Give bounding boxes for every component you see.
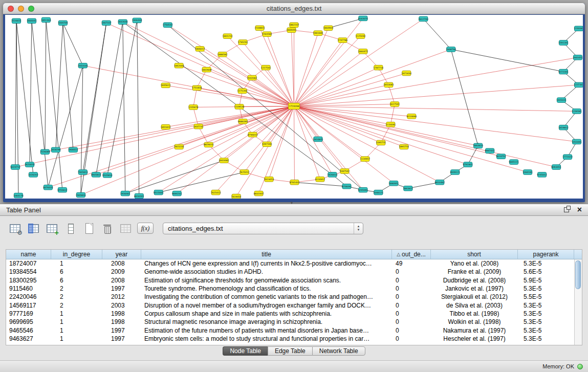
graph-node[interactable]: 7625412 [239, 170, 250, 174]
graph-node[interactable]: 9933481 [219, 158, 229, 163]
graph-node[interactable]: 1851304 [41, 17, 51, 22]
new-table-icon[interactable] [82, 222, 95, 235]
table-row[interactable]: 911546021997Tourette syndrome. Phenomeno… [6, 285, 574, 293]
graph-node[interactable]: 1772023 [562, 155, 573, 159]
graph-node[interactable]: 1751818 [192, 85, 202, 90]
scrollbar-thumb[interactable] [575, 260, 581, 289]
graph-node[interactable]: 1842008 [174, 63, 184, 68]
graph-node[interactable]: 1154081 [574, 26, 583, 31]
graph-node[interactable]: 7815234 [174, 144, 184, 149]
graph-node[interactable]: 1806017 [195, 47, 205, 51]
graph-node[interactable]: 9245012 [537, 172, 547, 177]
delete-column-icon[interactable] [100, 222, 114, 235]
graph-node[interactable]: 8163074 [358, 16, 368, 20]
graph-node[interactable]: 1853083 [384, 82, 394, 87]
graph-node[interactable]: 1851815 [161, 124, 171, 129]
graph-node[interactable]: 7893921 [403, 186, 413, 190]
column-header-title[interactable]: title [141, 250, 392, 259]
column-header-pagerank[interactable]: pagerank [518, 250, 574, 259]
graph-node[interactable]: 1801214 [223, 34, 233, 38]
graph-node[interactable]: 7893920 [473, 143, 483, 148]
graph-node[interactable]: 2053100 [78, 63, 88, 68]
graph-node[interactable]: 1134957 [360, 157, 371, 161]
graph-node[interactable]: 8905815 [91, 172, 101, 177]
graph-node[interactable]: 1961685 [313, 31, 323, 35]
table-row[interactable]: 1830029562008Estimation of significance … [6, 276, 574, 285]
graph-node[interactable]: 1880951 [389, 181, 399, 186]
graph-node[interactable]: 1747786 [338, 38, 348, 42]
float-panel-icon[interactable] [564, 207, 569, 212]
graph-node[interactable]: 1125430 [356, 34, 366, 38]
graph-node[interactable]: 1664900 [323, 26, 334, 30]
graph-node[interactable]: 1937731 [193, 124, 204, 128]
graph-node[interactable]: 1895754 [399, 144, 409, 149]
graph-node[interactable]: 1159581 [572, 109, 582, 114]
graph-node[interactable]: 8794013 [248, 132, 258, 137]
table-row[interactable]: 2242004622012Investigating the contribut… [6, 293, 574, 301]
graph-node[interactable]: 1271265 [237, 89, 248, 93]
table-row[interactable]: 1938455462009Genome-wide association stu… [6, 268, 574, 276]
graph-node[interactable]: 2520651 [11, 18, 21, 23]
graph-node[interactable]: 1862207 [289, 23, 299, 27]
table-row[interactable]: 969969511998Structural magnetic resonanc… [6, 318, 574, 326]
graph-node[interactable]: 1802608 [202, 67, 212, 72]
graph-node[interactable]: 6791901 [463, 162, 473, 167]
table-row[interactable]: 946554611997Estimation of the future num… [6, 326, 574, 334]
column-header-out_de[interactable]: △out_de... [392, 250, 431, 259]
graph-node[interactable]: 1724098 [289, 103, 300, 110]
graph-node[interactable]: 1750542 [163, 23, 173, 27]
table-row[interactable]: 1872400712008Changes of HCN gene express… [6, 259, 574, 268]
zoom-button[interactable] [28, 6, 34, 12]
graph-node[interactable]: 1064181 [522, 170, 533, 174]
graph-node[interactable]: 1906404 [132, 18, 142, 23]
graph-node[interactable]: 8601937 [254, 191, 264, 195]
tab-network-table[interactable]: Network Table [312, 346, 365, 356]
graph-node[interactable]: 1818296 [51, 147, 61, 152]
graph-node[interactable]: 9810462 [435, 180, 445, 185]
table-selector-dropdown[interactable]: citations_edges.txt ▲ ▼ [163, 223, 363, 234]
graph-node[interactable]: 1097340 [262, 142, 272, 146]
graph-node[interactable]: 8765401 [290, 180, 300, 185]
graph-node[interactable]: 2526089 [40, 149, 50, 154]
column-header-short[interactable]: short [431, 250, 518, 259]
graph-node[interactable]: 9024752 [10, 165, 20, 169]
delete-table-icon[interactable] [119, 222, 132, 235]
column-header-year[interactable]: year [102, 250, 141, 259]
graph-node[interactable]: 1026202 [28, 172, 38, 177]
graph-node[interactable]: 9024751 [496, 154, 506, 159]
minimize-button[interactable] [18, 6, 24, 12]
graph-node[interactable]: 1832630 [118, 19, 128, 24]
function-builder-button[interactable]: f(x) [137, 223, 154, 234]
graph-node[interactable]: 1787718 [374, 65, 384, 70]
graph-node[interactable]: 1591341 [558, 40, 569, 45]
graph-node[interactable]: 1467107 [101, 20, 112, 25]
vertical-scrollbar[interactable] [574, 259, 582, 345]
graph-node[interactable]: 1095731 [376, 140, 386, 145]
graph-node[interactable]: 7619453 [264, 177, 274, 182]
graph-node[interactable]: 1914845 [313, 137, 323, 141]
network-canvas[interactable]: 1724098161754118530831787718166047217477… [5, 15, 583, 199]
graph-node[interactable]: 7619454 [231, 194, 242, 199]
graph-node[interactable]: 8093451 [551, 165, 561, 169]
graph-node[interactable]: 7625413 [211, 190, 221, 194]
graph-node[interactable]: 7905813 [78, 170, 88, 174]
graph-node[interactable]: 2905810 [76, 192, 86, 197]
graph-node[interactable]: 1795291 [238, 40, 248, 45]
graph-node[interactable]: 9272341 [558, 69, 569, 74]
graph-node[interactable]: 2620650 [25, 162, 35, 167]
close-button[interactable] [8, 6, 14, 12]
graph-node[interactable]: 1659812 [558, 125, 569, 129]
graph-node[interactable]: 9845121 [509, 160, 519, 164]
graph-node[interactable]: 1453091 [572, 139, 582, 144]
graph-node[interactable]: 2042062 [247, 75, 257, 80]
table-row[interactable]: 1456911722003Disruption of a novel membe… [6, 301, 574, 309]
graph-node[interactable]: 9245091 [358, 187, 368, 192]
graph-node[interactable]: 8997451 [485, 148, 495, 153]
import-table-icon[interactable]: + [45, 222, 58, 235]
window-titlebar[interactable]: citations_edges.txt [3, 3, 585, 14]
graph-node[interactable]: 1926410 [328, 172, 338, 177]
graph-node[interactable]: 9154699 [407, 114, 417, 119]
table-settings-icon[interactable]: ⚙ [8, 222, 21, 235]
graph-node[interactable]: 8256091 [342, 184, 352, 188]
graph-node[interactable]: 8939121 [450, 170, 460, 174]
